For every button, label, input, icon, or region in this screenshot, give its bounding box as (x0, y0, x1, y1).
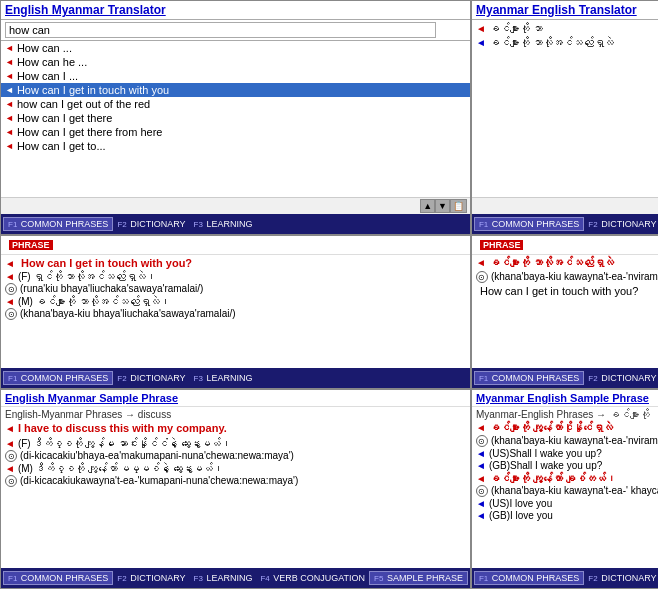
suggestion-item[interactable]: ◄ How can ... (1, 41, 470, 55)
speaker-icon[interactable]: ◄ (476, 257, 486, 268)
phrase-content: ◄ How can I get in touch with you? ◄ (F)… (1, 255, 470, 367)
sample-line-f: ◄ (F) ဒီကိစ္စကို ကျွန်မ ဆောင်းနိုင်ငံနဲ့… (5, 438, 466, 449)
myanmar-english-title[interactable]: Myanmar English Translator (472, 1, 658, 20)
sample-trans-r2: (khana'baya-kiu kawayna't-ea-' khayca't-… (491, 485, 658, 496)
speaker-icon: ◄ (5, 99, 14, 109)
sample-us1: (US)Shall I wake you up? (489, 448, 602, 459)
circle-icon: ⊙ (476, 435, 488, 447)
speaker-icon[interactable]: ◄ (476, 473, 486, 484)
output-area: ◄ ခင်ဗျားကို ဘာ ◄ ခင်ဗျားကို ဘာလိုအင်သည်… (472, 20, 658, 197)
bottom-toolbar-left-sample: F1 COMMON PHRASES F2 DICTIONARY F3 LEARN… (1, 568, 470, 588)
f3-btn-sl[interactable]: F3 LEARNING (190, 572, 257, 584)
f1-btn-sr[interactable]: F1 COMMON PHRASES (474, 571, 584, 585)
f2-btn-mr[interactable]: F2 DICTIONARY (584, 372, 658, 384)
f1-btn-r[interactable]: F1 COMMON PHRASES (474, 217, 584, 231)
f3-btn-ml[interactable]: F3 LEARNING (190, 372, 257, 384)
sample-line-r-us1: ◄ (US)Shall I wake you up? (476, 448, 658, 459)
sample-line-r2: ⊙ (khana'baya-kiu kawayna't-ea-' khayca'… (476, 485, 658, 497)
output-text-mm2: ခင်ဗျားကို ဘာလိုအင်သည်ရှေလဲ (489, 37, 614, 48)
speaker-icon[interactable]: ◄ (5, 423, 15, 434)
phrase-trans-f: (runa'kiu bhaya'liuchaka'sawaya'ramalai/… (20, 283, 203, 294)
f1-btn-sl[interactable]: F1 COMMON PHRASES (3, 571, 113, 585)
f-label: (F) (18, 438, 31, 449)
suggestion-text: How can I get there from here (17, 126, 163, 138)
sample-line-r-gb1: ◄ (GB)Shall I wake you up? (476, 460, 658, 471)
sample-trans-r1: (khana'baya-kiu kawayna't-ea-'nviramlala… (491, 435, 658, 446)
f1-btn-mr[interactable]: F1 COMMON PHRASES (474, 371, 584, 385)
circle-icon: ⊙ (5, 450, 17, 462)
speaker-icon: ◄ (476, 510, 486, 521)
speaker-icon: ◄ (5, 141, 14, 151)
suggestion-item[interactable]: ◄ how can I get out of the red (1, 97, 470, 111)
sample-us2: (US)I love you (489, 498, 552, 509)
english-myanmar-translator-panel: English Myanmar Translator ◄ How can ...… (0, 0, 471, 235)
phrase-en: How can I get in touch with you? (480, 285, 638, 297)
sample-gb2: (GB)I love you (489, 510, 553, 521)
f4-btn-sl[interactable]: F4 VERB CONJUGATION (256, 572, 369, 584)
f5-btn-sl[interactable]: F5 SAMPLE PHRASE (369, 571, 468, 585)
speaker-icon: ◄ (5, 43, 14, 53)
circle-icon: ⊙ (5, 308, 17, 320)
phrase-title: ◄ How can I get in touch with you? (5, 257, 466, 269)
speaker-icon: ◄ (5, 85, 14, 95)
suggestion-item[interactable]: ◄ How can he ... (1, 55, 470, 69)
sample-gb1: (GB)Shall I wake you up? (489, 460, 602, 471)
sample-content-right: Myanmar-English Phrases → ခင်ဗျားကို ◄ ခ… (472, 407, 658, 568)
suggestion-list: ◄ How can ... ◄ How can he ... ◄ How can… (1, 41, 470, 197)
suggestion-item[interactable]: ◄ How can I get there (1, 111, 470, 125)
f2-btn-ml[interactable]: F2 DICTIONARY (113, 372, 189, 384)
phrase-label-r: PHRASE (480, 240, 524, 250)
speaker-icon: ◄ (5, 57, 14, 67)
suggestion-text: How can he ... (17, 56, 87, 68)
sample-mm-f: ဒီကိစ္စကို ကျွန်မ ဆောင်းနိုင်ငံနဲ့ ဆွေးန… (33, 438, 231, 449)
english-myanmar-title[interactable]: English Myanmar Translator (1, 1, 470, 20)
f3-btn[interactable]: F3 LEARNING (190, 218, 257, 230)
sample-header-left[interactable]: English Myanmar Sample Phrase (1, 390, 470, 407)
circle-icon: ⊙ (476, 485, 488, 497)
circle-icon: ⊙ (476, 271, 488, 283)
suggestion-item[interactable]: ◄ How can I get there from here (1, 125, 470, 139)
suggestion-text: How can I ... (17, 70, 78, 82)
suggestion-item[interactable]: ◄ How can I ... (1, 69, 470, 83)
sample-line-r-gb2: ◄ (GB)I love you (476, 510, 658, 521)
sample-phrase-mm2: ခင်ဗျားကို ကျွန်တော် ချစ်တယ်၊ (489, 473, 617, 484)
speaker-icon: ◄ (476, 460, 486, 471)
f2-btn[interactable]: F2 DICTIONARY (113, 218, 189, 230)
phrase-panel-right: PHRASE ◄ ခင်ဗျားကို ဘာလိုအင်သည်ရှေလဲ ⊙ (… (471, 235, 658, 388)
suggestion-item-selected[interactable]: ◄ How can I get in touch with you (1, 83, 470, 97)
sample-header-right[interactable]: Myanmar English Sample Phrase (472, 390, 658, 407)
f2-btn-r[interactable]: F2 DICTIONARY (584, 218, 658, 230)
m-label: (M) (18, 463, 33, 474)
suggestion-item[interactable]: ◄ How can I get to... (1, 139, 470, 153)
phrase-trans-m: (khana'baya-kiu bhaya'liuchaka'sawaya'ra… (20, 308, 236, 319)
f2-btn-sr[interactable]: F2 DICTIONARY (584, 572, 658, 584)
sample-trans-m: (di-kicacakiukawayna't-ea-'kumapani-nuna… (20, 475, 298, 486)
speaker-icon: ◄ (5, 296, 15, 307)
speaker-icon[interactable]: ◄ (476, 422, 486, 433)
phrase-label-m: (M) (18, 296, 33, 307)
bottom-toolbar-right-sample: F1 COMMON PHRASES F2 DICTIONARY F3 LEARN… (472, 568, 658, 588)
phrase-line-3: ◄ (M) ခင်ဗျားကို ဘာလိုအင်သည်ရှေလဲ၊ (5, 296, 466, 307)
phrase-line-2: ⊙ (runa'kiu bhaya'liuchaka'sawaya'ramala… (5, 283, 466, 295)
scroll-down-btn[interactable]: ▼ (435, 199, 450, 213)
f1-btn-ml[interactable]: F1 COMMON PHRASES (3, 371, 113, 385)
sample-line-m: ◄ (M) ဒီကိစ္စကို ကျွန်တော် မမ္မစ်နဲ့ ဆွေ… (5, 463, 466, 474)
search-input[interactable] (5, 22, 436, 38)
sample-panel-right: Myanmar English Sample Phrase Myanmar-En… (471, 389, 658, 589)
circle-icon: ⊙ (5, 283, 17, 295)
sample-subtitle-r: Myanmar-English Phrases → ခင်ဗျားကို (476, 409, 658, 420)
copy-btn[interactable]: 📋 (450, 199, 467, 213)
speaker-icon: ◄ (476, 498, 486, 509)
speaker-icon: ◄ (5, 463, 15, 474)
sample-phrase-mm: ခင်ဗျားကို ကျွန်တော်ငိုနိုင်ရှေလဲ (489, 422, 613, 433)
phrase-line-4: ⊙ (khana'baya-kiu bhaya'liuchaka'sawaya'… (5, 308, 466, 320)
f2-btn-sl[interactable]: F2 DICTIONARY (113, 572, 189, 584)
scroll-up-btn[interactable]: ▲ (420, 199, 435, 213)
speaker-icon-blue: ◄ (476, 37, 486, 48)
sample-line-r-us2: ◄ (US)I love you (476, 498, 658, 509)
speaker-icon[interactable]: ◄ (5, 258, 15, 269)
sample-mm-m: ဒီကိစ္စကို ကျွန်တော် မမ္မစ်နဲ့ ဆွေးနွေးမ… (35, 463, 223, 474)
sample-subtitle: English-Myanmar Phrases → discuss (5, 409, 466, 420)
speaker-icon: ◄ (5, 71, 14, 81)
f1-btn[interactable]: F1 COMMON PHRASES (3, 217, 113, 231)
